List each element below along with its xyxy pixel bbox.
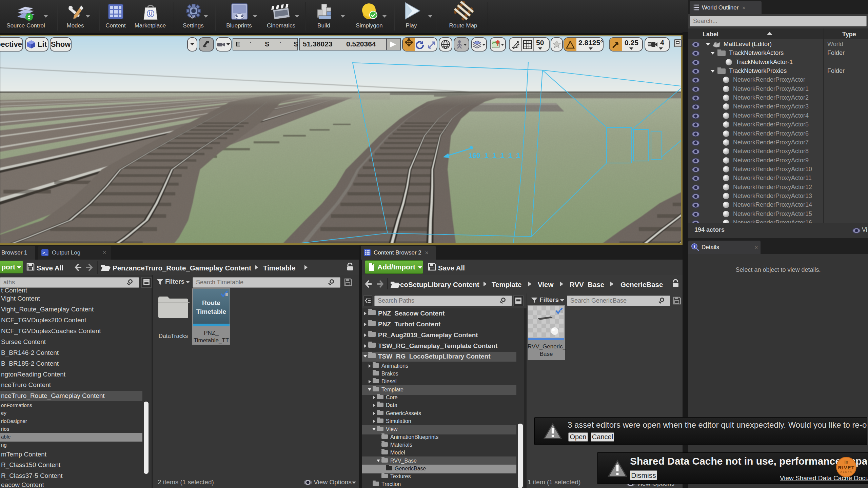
- svg-text:RIVET: RIVET: [838, 465, 854, 470]
- svg-text:in: in: [844, 460, 848, 465]
- svg-text:U: U: [149, 11, 153, 17]
- svg-text:i: i: [694, 244, 695, 249]
- svg-text:GAMES: GAMES: [840, 471, 852, 473]
- svg-text:160_1_1_1_1_1: 160_1_1_1_1_1: [469, 151, 520, 159]
